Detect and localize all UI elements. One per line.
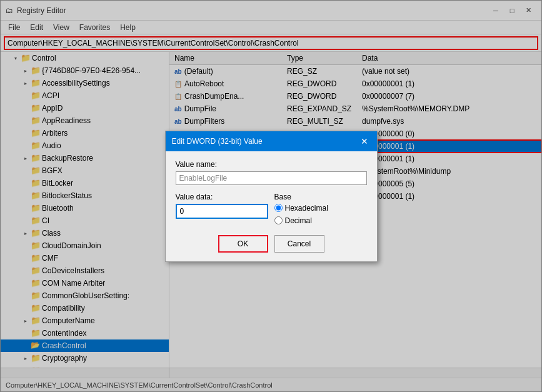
value-name-input[interactable] [176,171,367,185]
modal-overlay: Edit DWORD (32-bit) Value ✕ Value name: … [0,0,542,392]
modal-buttons: OK Cancel [176,235,367,253]
modal-body: Value name: Value data: Base Hexadecimal [166,151,377,261]
radio-hex-input[interactable] [274,204,283,212]
base-label: Base [274,193,367,201]
radio-dec-label: Decimal [285,216,312,225]
base-radio-group: Hexadecimal Decimal [274,204,367,225]
modal-close-button[interactable]: ✕ [358,135,371,148]
modal-title: Edit DWORD (32-bit) Value [172,137,263,146]
value-name-label: Value name: [176,160,367,169]
modal-data-row: Value data: Base Hexadecimal Decimal [176,193,367,225]
radio-hexadecimal[interactable]: Hexadecimal [274,204,367,213]
value-data-input[interactable] [176,204,268,219]
cancel-button[interactable]: Cancel [274,235,324,253]
radio-hex-label: Hexadecimal [285,204,328,213]
value-data-section: Value data: [176,193,268,219]
ok-button[interactable]: OK [218,235,268,253]
edit-dword-dialog: Edit DWORD (32-bit) Value ✕ Value name: … [165,131,378,262]
radio-dec-input[interactable] [274,216,283,224]
value-data-label: Value data: [176,193,268,201]
radio-decimal[interactable]: Decimal [274,216,367,225]
base-section: Base Hexadecimal Decimal [274,193,367,225]
modal-title-bar: Edit DWORD (32-bit) Value ✕ [166,131,377,151]
